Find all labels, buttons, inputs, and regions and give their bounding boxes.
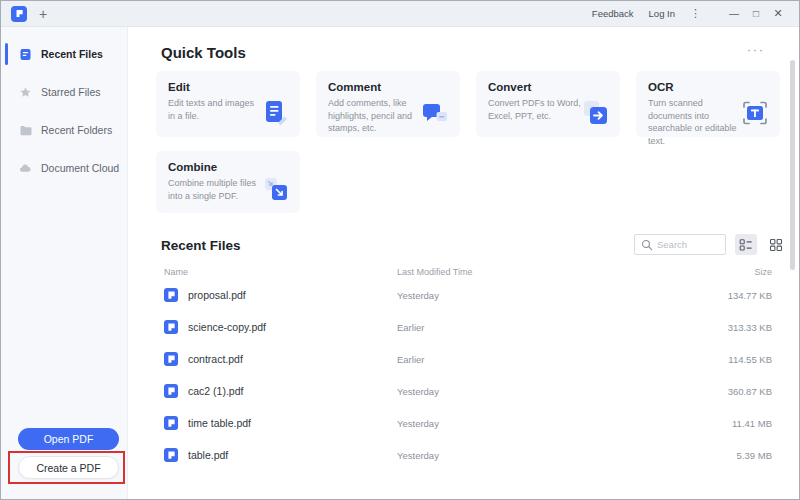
main-content: Quick Tools ··· Edit Edit texts and imag… [129,27,799,499]
overflow-menu-icon[interactable]: ⋮ [690,7,701,20]
file-modified: Earlier [397,354,728,365]
file-size: 5.39 MB [737,450,772,461]
search-input[interactable] [657,239,717,250]
card-description: Convert PDFs to Word, Excel, PPT, etc. [488,97,582,122]
file-size: 11.41 MB [732,418,772,429]
sidebar-item-label: Recent Files [41,48,103,60]
file-table-header: Name Last Modified Time Size [164,267,772,277]
vertical-scrollbar[interactable] [790,60,795,270]
grid-view-toggle[interactable] [765,234,787,255]
folder-icon [19,124,32,137]
quick-tool-card-convert[interactable]: Convert Convert PDFs to Word, Excel, PPT… [476,71,620,137]
table-row[interactable]: science-copy.pdf Earlier 313.33 KB [164,311,772,343]
file-name: table.pdf [188,449,397,461]
comment-bubble-icon [418,96,452,130]
file-name: cac2 (1).pdf [188,385,397,397]
card-title: OCR [648,81,768,93]
pdf-file-icon [164,352,178,366]
search-box[interactable] [634,234,726,255]
column-header-modified: Last Modified Time [397,267,754,277]
create-pdf-button[interactable]: Create a PDF [18,456,119,479]
sidebar-item-label: Recent Folders [41,124,112,136]
quick-tools-title: Quick Tools [161,44,246,61]
sidebar-item-recent-files[interactable]: Recent Files [1,35,127,73]
app-logo-icon[interactable] [11,6,27,22]
column-header-name: Name [164,267,397,277]
file-size: 313.33 KB [728,322,772,333]
grid-view-icon [769,238,783,252]
file-modified: Yesterday [397,450,737,461]
file-modified: Earlier [397,322,728,333]
sidebar-item-document-cloud[interactable]: Document Cloud [1,149,127,187]
search-icon [641,239,653,251]
recent-files-icon [19,48,32,61]
close-button[interactable]: ✕ [767,7,789,20]
pdf-file-icon [164,384,178,398]
sidebar-nav: Recent Files Starred Files Recent Folder… [1,27,127,187]
card-title: Comment [328,81,448,93]
list-view-toggle[interactable] [735,234,757,255]
card-description: Add comments, like highlights, pencil an… [328,97,422,135]
combine-files-icon [258,172,292,206]
quick-tool-card-ocr[interactable]: OCR Turn scanned documents into searchab… [636,71,780,137]
file-name: science-copy.pdf [188,321,397,333]
tab-bar: + Feedback Log In ⋮ — □ ✕ [1,1,799,27]
file-table: proposal.pdf Yesterday 134.77 KB science… [164,279,772,471]
recent-files-title: Recent Files [161,238,241,253]
file-modified: Yesterday [397,290,728,301]
quick-tool-card-combine[interactable]: Combine Combine multiple files into a si… [156,151,300,213]
column-header-size: Size [754,267,772,277]
card-description: Combine multiple files into a single PDF… [168,177,262,202]
cloud-icon [19,162,32,175]
card-title: Edit [168,81,288,93]
file-modified: Yesterday [397,386,728,397]
active-indicator [5,43,8,65]
pdf-file-icon [164,320,178,334]
sidebar: Recent Files Starred Files Recent Folder… [1,27,128,499]
file-name: time table.pdf [188,417,397,429]
file-size: 114.55 KB [728,354,772,365]
star-icon [19,86,32,99]
convert-arrow-icon [578,96,612,130]
sidebar-item-starred-files[interactable]: Starred Files [1,73,127,111]
maximize-button[interactable]: □ [745,8,767,19]
pdf-file-icon [164,416,178,430]
table-row[interactable]: cac2 (1).pdf Yesterday 360.87 KB [164,375,772,407]
file-size: 134.77 KB [728,290,772,301]
file-modified: Yesterday [397,418,732,429]
feedback-link[interactable]: Feedback [592,8,634,19]
file-name: contract.pdf [188,353,397,365]
login-link[interactable]: Log In [649,8,675,19]
quick-tools-more-button[interactable]: ··· [747,43,765,57]
quick-tool-card-edit[interactable]: Edit Edit texts and images in a file. [156,71,300,137]
file-name: proposal.pdf [188,289,397,301]
sidebar-item-label: Starred Files [41,86,101,98]
card-title: Convert [488,81,608,93]
card-description: Edit texts and images in a file. [168,97,262,122]
pdf-file-icon [164,288,178,302]
table-row[interactable]: time table.pdf Yesterday 11.41 MB [164,407,772,439]
app-window: + Feedback Log In ⋮ — □ ✕ Recent Files [0,0,800,500]
card-description: Turn scanned documents into searchable o… [648,97,742,147]
minimize-button[interactable]: — [723,8,745,19]
file-size: 360.87 KB [728,386,772,397]
table-row[interactable]: contract.pdf Earlier 114.55 KB [164,343,772,375]
quick-tool-card-comment[interactable]: Comment Add comments, like highlights, p… [316,71,460,137]
open-pdf-button[interactable]: Open PDF [18,428,119,450]
pdf-file-icon [164,448,178,462]
new-tab-button[interactable]: + [39,7,47,21]
ocr-scan-icon [738,96,772,130]
sidebar-item-label: Document Cloud [41,162,119,174]
tab-bar-right: Feedback Log In ⋮ — □ ✕ [592,7,789,20]
list-view-icon [739,238,753,252]
table-row[interactable]: table.pdf Yesterday 5.39 MB [164,439,772,471]
edit-document-icon [258,96,292,130]
sidebar-item-recent-folders[interactable]: Recent Folders [1,111,127,149]
table-row[interactable]: proposal.pdf Yesterday 134.77 KB [164,279,772,311]
